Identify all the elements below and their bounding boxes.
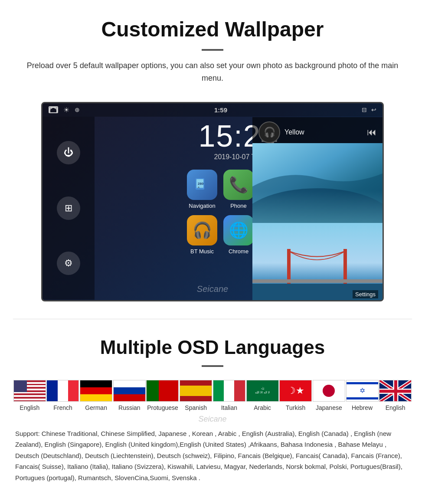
- flag-label-arabic: Arabic: [254, 404, 271, 411]
- flag-turkey: ☽★: [279, 380, 312, 402]
- chrome-label: Chrome: [229, 248, 248, 255]
- flag-spain: [180, 380, 212, 402]
- flag-italy: [213, 380, 245, 402]
- flag-item-german: German: [79, 380, 113, 411]
- flag-label-hebrew: Hebrew: [352, 404, 373, 411]
- flag-item-portuguese: Protuguese: [146, 380, 180, 411]
- window-icon: ⊟: [362, 106, 367, 113]
- chrome-icon-bg: 🌐: [223, 215, 254, 245]
- power-button[interactable]: ⏻: [57, 141, 80, 164]
- music-controls: ⏮: [367, 127, 376, 138]
- languages-section: Multiple OSD Languages English French: [0, 324, 425, 497]
- grid-button[interactable]: ⊞: [57, 196, 80, 220]
- flag-label-italian: Italian: [221, 404, 237, 411]
- flag-label-spanish: Spanish: [185, 404, 207, 411]
- svg-rect-6: [252, 279, 382, 283]
- flag-label-russian: Russian: [118, 404, 141, 411]
- title-divider: [202, 49, 223, 51]
- app-navigation[interactable]: 280 A Navigation: [187, 170, 217, 209]
- support-text: Support: Chinese Traditional, Chinese Si…: [13, 428, 412, 484]
- android-screen: ☀ ⊕ 1:59 ⊟ ↩ 🎧 Yellow ⏮: [41, 102, 384, 301]
- gps-icon: ⊕: [75, 106, 80, 113]
- section-divider: [13, 319, 412, 319]
- brightness-icon: ☀: [63, 106, 69, 114]
- flag-germany: [80, 380, 112, 402]
- flag-france: [46, 380, 79, 402]
- settings-label: Settings: [353, 290, 378, 298]
- flag-item-french: French: [46, 380, 80, 411]
- svg-text:280: 280: [198, 182, 204, 186]
- flag-item-japanese: Japanese: [312, 380, 346, 411]
- wallpaper-ice: [252, 143, 382, 223]
- flag-label-portuguese: Protuguese: [147, 404, 178, 411]
- device-container: ☀ ⊕ 1:59 ⊟ ↩ 🎧 Yellow ⏮: [0, 93, 425, 314]
- flag-item-arabic: ﷲلا اله الا الله Arabic: [246, 380, 279, 411]
- navigation-label: Navigation: [189, 203, 215, 209]
- app-chrome[interactable]: 🌐 Chrome: [223, 215, 254, 255]
- flag-label-english-uk: English: [386, 404, 405, 411]
- flag-label-german: German: [85, 404, 107, 411]
- app-phone[interactable]: 📞 Phone: [223, 170, 254, 209]
- settings-button[interactable]: ⚙: [57, 252, 80, 275]
- btmusic-icon-bg: 🎧: [187, 215, 217, 245]
- navigation-icon-bg: 280 A: [187, 170, 217, 200]
- flag-item-spanish: Spanish: [179, 380, 212, 411]
- flag-russia: [113, 380, 146, 402]
- status-bar: ☀ ⊕ 1:59 ⊟ ↩: [42, 103, 382, 117]
- status-left: ☀ ⊕: [49, 106, 80, 114]
- lang-title-divider: [202, 365, 223, 367]
- flag-item-turkish: ☽★ Turkish: [279, 380, 312, 411]
- flag-japan: [313, 380, 345, 402]
- back-icon: ↩: [371, 106, 376, 113]
- sidebar: ⏻ ⊞ ⚙: [42, 117, 95, 300]
- flag-item-english-uk: English: [379, 380, 412, 411]
- flag-israel: ✡: [346, 380, 379, 402]
- flag-label-french: French: [53, 404, 72, 411]
- status-time: 1:59: [214, 106, 227, 114]
- music-info: Yellow: [284, 128, 363, 136]
- header-section: Customized Wallpaper Preload over 5 defa…: [0, 0, 425, 93]
- app-btmusic[interactable]: 🎧 BT Music: [187, 215, 217, 255]
- flags-row: English French German: [13, 380, 412, 411]
- flag-usa: [13, 380, 46, 402]
- flag-uk: [379, 380, 412, 402]
- music-thumbnail: 🎧: [258, 121, 280, 143]
- page-subtitle: Preload over 5 default wallpaper options…: [17, 59, 408, 85]
- flag-label-english: English: [20, 404, 39, 411]
- phone-label: Phone: [230, 203, 247, 209]
- flag-saudi: ﷲلا اله الا الله: [246, 380, 279, 402]
- flag-item-italian: Italian: [212, 380, 246, 411]
- flag-item-english: English: [13, 380, 46, 411]
- status-right: ⊟ ↩: [362, 106, 376, 113]
- svg-text:A: A: [198, 186, 199, 189]
- flag-label-japanese: Japanese: [316, 404, 342, 411]
- wallpaper-bridge: Settings: [252, 223, 382, 301]
- wallpaper-thumbnails: Settings: [252, 143, 382, 301]
- flag-portugal: [146, 380, 179, 402]
- home-icon: [49, 106, 58, 113]
- flag-label-turkish: Turkish: [286, 404, 305, 411]
- lang-watermark: Seicane: [13, 415, 412, 424]
- phone-icon-bg: 📞: [223, 170, 254, 200]
- flag-item-hebrew: ✡ Hebrew: [346, 380, 379, 411]
- page-title: Customized Wallpaper: [17, 17, 408, 41]
- svg-point-2: [252, 188, 382, 223]
- languages-title: Multiple OSD Languages: [13, 337, 412, 358]
- music-title: Yellow: [284, 128, 363, 136]
- btmusic-label: BT Music: [190, 248, 214, 255]
- flag-item-russian: Russian: [113, 380, 146, 411]
